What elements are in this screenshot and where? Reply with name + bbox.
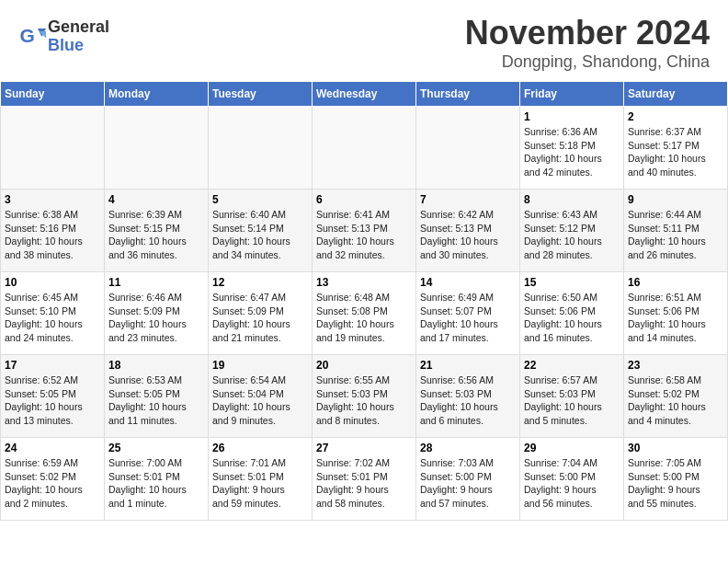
calendar-cell: 10Sunrise: 6:45 AM Sunset: 5:10 PM Dayli… [1, 272, 105, 355]
day-info: Sunrise: 6:43 AM Sunset: 5:12 PM Dayligh… [524, 209, 602, 260]
day-header-monday: Monday [105, 82, 209, 107]
day-number: 14 [420, 276, 516, 289]
calendar-cell: 30Sunrise: 7:05 AM Sunset: 5:00 PM Dayli… [624, 438, 728, 521]
day-info: Sunrise: 7:02 AM Sunset: 5:01 PM Dayligh… [316, 457, 390, 509]
calendar-cell: 23Sunrise: 6:58 AM Sunset: 5:02 PM Dayli… [624, 355, 728, 438]
day-info: Sunrise: 7:03 AM Sunset: 5:00 PM Dayligh… [420, 457, 494, 509]
calendar-cell: 15Sunrise: 6:50 AM Sunset: 5:06 PM Dayli… [520, 272, 624, 355]
calendar-cell: 12Sunrise: 6:47 AM Sunset: 5:09 PM Dayli… [209, 272, 313, 355]
day-number: 22 [524, 359, 620, 372]
day-number: 11 [108, 276, 204, 289]
day-header-wednesday: Wednesday [313, 82, 416, 107]
day-info: Sunrise: 6:51 AM Sunset: 5:06 PM Dayligh… [628, 292, 706, 343]
day-number: 25 [108, 442, 204, 454]
calendar-cell: 16Sunrise: 6:51 AM Sunset: 5:06 PM Dayli… [624, 272, 728, 355]
day-header-tuesday: Tuesday [209, 82, 313, 107]
day-number: 10 [5, 276, 100, 289]
calendar-cell: 3Sunrise: 6:38 AM Sunset: 5:16 PM Daylig… [1, 190, 105, 272]
calendar-cell: 25Sunrise: 7:00 AM Sunset: 5:01 PM Dayli… [105, 438, 209, 521]
calendar-cell [1, 107, 105, 190]
calendar-cell: 18Sunrise: 6:53 AM Sunset: 5:05 PM Dayli… [105, 355, 209, 438]
day-number: 4 [108, 193, 204, 206]
calendar-cell: 24Sunrise: 6:59 AM Sunset: 5:02 PM Dayli… [1, 438, 105, 521]
day-number: 5 [212, 193, 308, 206]
day-info: Sunrise: 7:01 AM Sunset: 5:01 PM Dayligh… [212, 457, 286, 509]
calendar-cell: 29Sunrise: 7:04 AM Sunset: 5:00 PM Dayli… [520, 438, 624, 521]
calendar-table: SundayMondayTuesdayWednesdayThursdayFrid… [0, 81, 728, 521]
day-number: 24 [5, 442, 100, 454]
day-number: 23 [628, 359, 723, 372]
calendar-cell: 8Sunrise: 6:43 AM Sunset: 5:12 PM Daylig… [520, 190, 624, 272]
days-of-week-row: SundayMondayTuesdayWednesdayThursdayFrid… [1, 82, 728, 107]
day-number: 27 [316, 442, 412, 454]
day-header-thursday: Thursday [416, 82, 520, 107]
calendar-cell [313, 107, 416, 190]
day-info: Sunrise: 6:44 AM Sunset: 5:11 PM Dayligh… [628, 209, 706, 260]
day-header-friday: Friday [520, 82, 624, 107]
day-info: Sunrise: 6:39 AM Sunset: 5:15 PM Dayligh… [108, 209, 187, 260]
day-number: 29 [524, 442, 620, 454]
day-number: 21 [420, 359, 516, 372]
calendar-cell: 11Sunrise: 6:46 AM Sunset: 5:09 PM Dayli… [105, 272, 209, 355]
location-title: Dongping, Shandong, China [465, 52, 710, 72]
day-info: Sunrise: 6:40 AM Sunset: 5:14 PM Dayligh… [212, 209, 290, 260]
day-info: Sunrise: 6:59 AM Sunset: 5:02 PM Dayligh… [5, 457, 83, 509]
calendar-cell: 9Sunrise: 6:44 AM Sunset: 5:11 PM Daylig… [624, 190, 728, 272]
day-info: Sunrise: 6:36 AM Sunset: 5:18 PM Dayligh… [524, 126, 602, 178]
day-info: Sunrise: 6:45 AM Sunset: 5:10 PM Dayligh… [5, 292, 83, 343]
day-info: Sunrise: 6:38 AM Sunset: 5:16 PM Dayligh… [5, 209, 83, 260]
calendar-cell: 4Sunrise: 6:39 AM Sunset: 5:15 PM Daylig… [105, 190, 209, 272]
day-info: Sunrise: 6:50 AM Sunset: 5:06 PM Dayligh… [524, 292, 602, 343]
day-info: Sunrise: 6:48 AM Sunset: 5:08 PM Dayligh… [316, 292, 394, 343]
day-number: 20 [316, 359, 412, 372]
day-number: 3 [5, 193, 100, 206]
day-number: 28 [420, 442, 516, 454]
logo-icon: G [18, 23, 46, 51]
day-number: 19 [212, 359, 308, 372]
day-info: Sunrise: 7:00 AM Sunset: 5:01 PM Dayligh… [108, 457, 187, 509]
month-title: November 2024 [465, 14, 710, 52]
day-number: 9 [628, 193, 723, 206]
calendar-cell: 14Sunrise: 6:49 AM Sunset: 5:07 PM Dayli… [416, 272, 520, 355]
calendar-week-4: 17Sunrise: 6:52 AM Sunset: 5:05 PM Dayli… [1, 355, 728, 438]
calendar-cell: 22Sunrise: 6:57 AM Sunset: 5:03 PM Dayli… [520, 355, 624, 438]
svg-text:G: G [20, 25, 35, 46]
calendar-cell [209, 107, 313, 190]
day-info: Sunrise: 6:53 AM Sunset: 5:05 PM Dayligh… [108, 374, 187, 426]
calendar-cell [105, 107, 209, 190]
calendar-cell: 2Sunrise: 6:37 AM Sunset: 5:17 PM Daylig… [624, 107, 728, 190]
day-number: 13 [316, 276, 412, 289]
day-info: Sunrise: 6:49 AM Sunset: 5:07 PM Dayligh… [420, 292, 498, 343]
day-number: 15 [524, 276, 620, 289]
day-info: Sunrise: 6:47 AM Sunset: 5:09 PM Dayligh… [212, 292, 290, 343]
calendar-cell [416, 107, 520, 190]
day-info: Sunrise: 6:37 AM Sunset: 5:17 PM Dayligh… [628, 126, 706, 178]
calendar-cell: 20Sunrise: 6:55 AM Sunset: 5:03 PM Dayli… [313, 355, 416, 438]
day-info: Sunrise: 7:04 AM Sunset: 5:00 PM Dayligh… [524, 457, 597, 509]
svg-marker-2 [40, 31, 47, 39]
day-number: 12 [212, 276, 308, 289]
day-info: Sunrise: 6:46 AM Sunset: 5:09 PM Dayligh… [108, 292, 187, 343]
header: G General Blue November 2024 Dongping, S… [0, 0, 728, 81]
calendar-cell: 27Sunrise: 7:02 AM Sunset: 5:01 PM Dayli… [313, 438, 416, 521]
logo-general-text: General [48, 17, 109, 36]
calendar-week-3: 10Sunrise: 6:45 AM Sunset: 5:10 PM Dayli… [1, 272, 728, 355]
calendar-cell: 1Sunrise: 6:36 AM Sunset: 5:18 PM Daylig… [520, 107, 624, 190]
day-header-saturday: Saturday [624, 82, 728, 107]
day-number: 18 [108, 359, 204, 372]
calendar-cell: 26Sunrise: 7:01 AM Sunset: 5:01 PM Dayli… [209, 438, 313, 521]
calendar-cell: 13Sunrise: 6:48 AM Sunset: 5:08 PM Dayli… [313, 272, 416, 355]
calendar-week-2: 3Sunrise: 6:38 AM Sunset: 5:16 PM Daylig… [1, 190, 728, 272]
day-info: Sunrise: 6:57 AM Sunset: 5:03 PM Dayligh… [524, 374, 602, 426]
day-info: Sunrise: 6:41 AM Sunset: 5:13 PM Dayligh… [316, 209, 394, 260]
day-number: 26 [212, 442, 308, 454]
logo: G General Blue [18, 18, 109, 55]
title-block: November 2024 Dongping, Shandong, China [465, 14, 710, 72]
day-info: Sunrise: 7:05 AM Sunset: 5:00 PM Dayligh… [628, 457, 701, 509]
calendar-cell: 6Sunrise: 6:41 AM Sunset: 5:13 PM Daylig… [313, 190, 416, 272]
calendar-cell: 21Sunrise: 6:56 AM Sunset: 5:03 PM Dayli… [416, 355, 520, 438]
day-number: 17 [5, 359, 100, 372]
day-number: 16 [628, 276, 723, 289]
calendar-cell: 7Sunrise: 6:42 AM Sunset: 5:13 PM Daylig… [416, 190, 520, 272]
day-number: 7 [420, 193, 516, 206]
